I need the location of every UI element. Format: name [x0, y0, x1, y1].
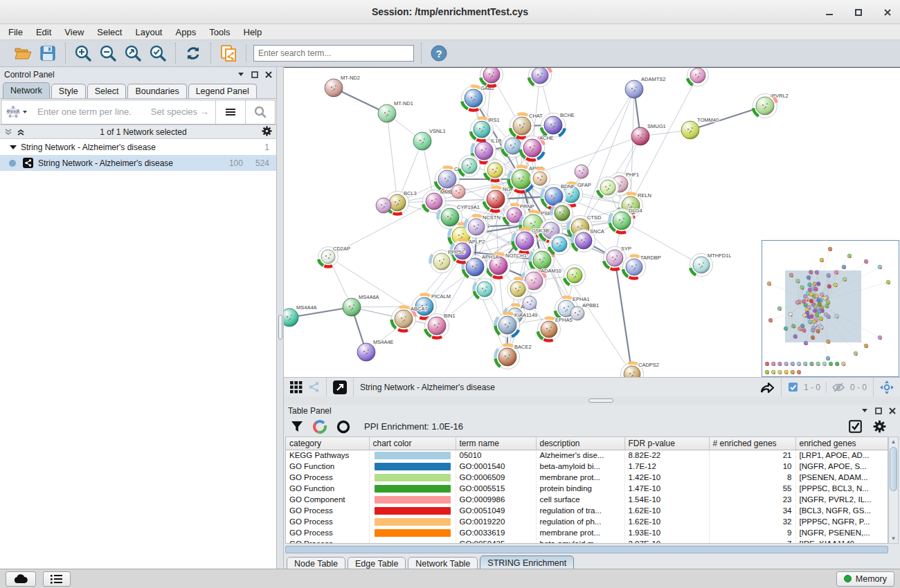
- navigate-icon[interactable]: [880, 380, 894, 394]
- string-query-placeholder[interactable]: Enter one term per line.: [37, 107, 132, 117]
- network-collection-row[interactable]: String Network - Alzheimer's disease 1: [0, 139, 276, 155]
- scrollbar-thumb[interactable]: [890, 447, 897, 491]
- network-node[interactable]: ADAMTS2: [625, 76, 665, 98]
- network-node[interactable]: [575, 165, 588, 178]
- zoom-out-icon[interactable]: [98, 43, 118, 64]
- panel-splitter[interactable]: [277, 67, 284, 569]
- birds-eye-view[interactable]: [762, 240, 899, 377]
- network-row-selected[interactable]: String Network - Alzheimer's disease 100…: [0, 155, 276, 171]
- network-node[interactable]: [560, 261, 589, 290]
- table-panel-menu-icon[interactable]: [861, 408, 868, 413]
- network-node[interactable]: SMUG1: [631, 123, 666, 145]
- table-row[interactable]: GO ProcessGO:0050435beta-amyloid m...2.0…: [286, 538, 888, 544]
- tab-boundaries[interactable]: Boundaries: [127, 84, 186, 98]
- export-network-icon[interactable]: [759, 380, 775, 394]
- table-vertical-scrollbar[interactable]: ▲ ▼: [888, 437, 899, 544]
- table-splitter[interactable]: [284, 396, 900, 405]
- column-header-FDR-p-value[interactable]: FDR p-value: [624, 437, 709, 450]
- table-header-row[interactable]: categorychart colorterm namedescriptionF…: [286, 437, 888, 450]
- tab-legend-panel[interactable]: Legend Panel: [188, 84, 257, 98]
- table-row[interactable]: GO FunctionGO:0001540beta-amyloid bi...1…: [286, 461, 888, 472]
- network-node[interactable]: MS4A6A: [343, 294, 379, 316]
- float-panel-icon[interactable]: [251, 71, 258, 78]
- grid-view-icon[interactable]: [290, 381, 303, 394]
- network-node[interactable]: [683, 68, 712, 90]
- save-session-button[interactable]: [37, 43, 58, 64]
- network-node[interactable]: TOMM40: [681, 117, 719, 139]
- menu-item-layout[interactable]: Layout: [135, 27, 162, 37]
- menu-item-select[interactable]: Select: [97, 27, 122, 37]
- table-splitter-handle[interactable]: [588, 398, 613, 403]
- open-session-button[interactable]: [12, 43, 33, 64]
- tab-select[interactable]: Select: [87, 84, 127, 98]
- network-node[interactable]: [451, 185, 465, 199]
- open-in-window-icon[interactable]: [333, 380, 347, 394]
- column-header-enriched-genes[interactable]: enriched genes: [795, 437, 888, 450]
- network-edge[interactable]: [631, 89, 634, 205]
- zoom-in-icon[interactable]: [73, 43, 93, 64]
- tab-network[interactable]: Network: [3, 82, 50, 98]
- network-node[interactable]: [523, 296, 537, 310]
- menu-item-tools[interactable]: Tools: [209, 27, 230, 37]
- network-node[interactable]: [376, 198, 391, 213]
- enrichment-table[interactable]: categorychart colorterm namedescriptionF…: [285, 437, 888, 544]
- table-row[interactable]: GO FunctionGO:0005515protein binding1.47…: [286, 483, 888, 494]
- table-row[interactable]: GO ComponentGO:0009986cell surface1.54E-…: [286, 494, 888, 505]
- menu-item-file[interactable]: File: [8, 27, 23, 37]
- filter-icon[interactable]: [291, 421, 303, 433]
- collapse-all-icon[interactable]: [4, 128, 12, 136]
- select-all-check-icon[interactable]: [849, 420, 862, 433]
- copy-network-icon[interactable]: [218, 43, 239, 64]
- close-panel-icon[interactable]: [265, 71, 272, 78]
- scroll-down-icon[interactable]: ▼: [889, 534, 898, 543]
- menu-item-apps[interactable]: Apps: [176, 27, 197, 37]
- menu-item-view[interactable]: View: [64, 27, 84, 37]
- column-header-chart-color[interactable]: chart color: [369, 437, 456, 450]
- close-icon[interactable]: [882, 7, 893, 18]
- network-node[interactable]: [524, 68, 555, 91]
- task-history-button[interactable]: [43, 571, 71, 587]
- column-header-term-name[interactable]: term name: [456, 437, 536, 450]
- network-node[interactable]: DLG4: [605, 204, 642, 237]
- table-settings-gear-icon[interactable]: [873, 420, 886, 433]
- table-horizontal-scrollbar[interactable]: [285, 546, 888, 553]
- help-icon[interactable]: ?: [429, 43, 449, 64]
- table-row[interactable]: GO ProcessGO:0051049regulation of tra...…: [286, 505, 888, 516]
- tab-style[interactable]: Style: [51, 84, 86, 98]
- string-search-icon[interactable]: [246, 100, 275, 124]
- menu-item-edit[interactable]: Edit: [36, 27, 51, 37]
- set-species-label[interactable]: Set species →: [151, 107, 209, 117]
- zoom-selected-icon[interactable]: [147, 43, 168, 64]
- table-row[interactable]: GO ProcessGO:0019220regulation of ph...1…: [286, 516, 888, 527]
- scroll-up-icon[interactable]: ▲: [889, 437, 898, 446]
- minimize-icon[interactable]: [824, 7, 835, 18]
- column-header--enriched-genes[interactable]: # enriched genes: [709, 437, 795, 450]
- network-edge[interactable]: [387, 113, 397, 203]
- table-row[interactable]: GO ProcessGO:0006509membrane prot...1.42…: [286, 472, 888, 483]
- table-close-icon[interactable]: [889, 407, 896, 414]
- network-node[interactable]: CADPS2: [618, 360, 659, 377]
- refresh-icon[interactable]: [183, 43, 204, 64]
- column-header-category[interactable]: category: [286, 437, 369, 450]
- network-node[interactable]: VSNL1: [413, 128, 446, 150]
- column-header-description[interactable]: description: [536, 437, 624, 450]
- table-float-icon[interactable]: [875, 407, 882, 414]
- network-node[interactable]: EPHA5: [533, 313, 572, 344]
- splitter-handle[interactable]: [278, 315, 282, 340]
- cloud-tasks-button[interactable]: [6, 571, 36, 587]
- ring-chart-icon[interactable]: [336, 420, 350, 434]
- expand-all-icon[interactable]: [17, 128, 25, 136]
- menu-item-help[interactable]: Help: [244, 27, 262, 37]
- table-row[interactable]: GO ProcessGO:0033619membrane prot...1.93…: [286, 527, 888, 538]
- pie-chart-icon[interactable]: [313, 420, 327, 434]
- table-row[interactable]: KEGG Pathways05010Alzheimer's dise...8.8…: [286, 450, 888, 461]
- collection-expand-icon[interactable]: [10, 145, 17, 150]
- string-options-menu-icon[interactable]: [216, 100, 245, 124]
- share-view-icon[interactable]: [308, 381, 320, 393]
- maximize-icon[interactable]: [853, 7, 864, 18]
- network-options-gear-icon[interactable]: [262, 126, 272, 138]
- search-input[interactable]: [253, 45, 414, 62]
- network-canvas[interactable]: MT-ND2MT-ND1VSNL1GAB2ADAMTS2PVRL2TOMM40S…: [284, 67, 900, 377]
- network-node[interactable]: KIAA1149: [490, 308, 537, 342]
- network-node[interactable]: PVRL2: [748, 89, 789, 122]
